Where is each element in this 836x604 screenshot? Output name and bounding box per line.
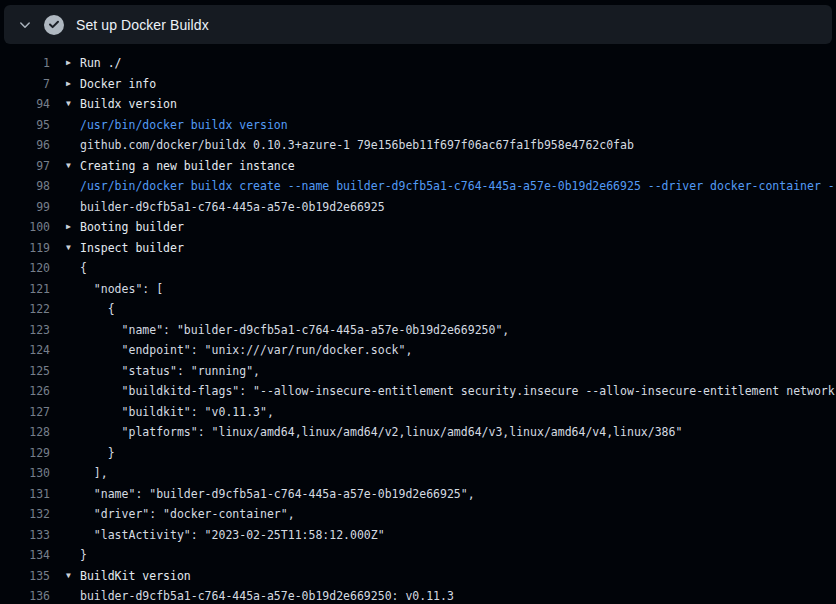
log-text: } — [80, 443, 115, 464]
line-number[interactable]: 98 — [0, 176, 50, 197]
line-number[interactable]: 135 — [0, 566, 50, 587]
log-text: "name": "builder-d9cfb5a1-c764-445a-a57e… — [80, 320, 509, 341]
log-text: Creating a new builder instance — [80, 156, 295, 177]
log-row: 98/usr/bin/docker buildx create --name b… — [0, 176, 836, 197]
arrow-spacer — [66, 135, 80, 156]
line-number[interactable]: 122 — [0, 299, 50, 320]
log-text: /usr/bin/docker buildx create --name bui… — [80, 176, 836, 197]
log-group-row[interactable]: 1▶Run ./ — [0, 53, 836, 74]
arrow-spacer — [66, 361, 80, 382]
line-number[interactable]: 130 — [0, 463, 50, 484]
chevron-down-icon[interactable] — [18, 18, 32, 32]
log-row: 123 "name": "builder-d9cfb5a1-c764-445a-… — [0, 320, 836, 341]
log-group-row[interactable]: 7▶Docker info — [0, 74, 836, 95]
log-group-row[interactable]: 97▼Creating a new builder instance — [0, 156, 836, 177]
log-text: builder-d9cfb5a1-c764-445a-a57e-0b19d2e6… — [80, 586, 454, 604]
line-number[interactable]: 126 — [0, 381, 50, 402]
log-row: 136builder-d9cfb5a1-c764-445a-a57e-0b19d… — [0, 586, 836, 604]
log-text: "driver": "docker-container", — [80, 504, 295, 525]
log-text: "nodes": [ — [80, 279, 163, 300]
line-number[interactable]: 7 — [0, 74, 50, 95]
line-number[interactable]: 97 — [0, 156, 50, 177]
log-row: 122 { — [0, 299, 836, 320]
log-text: "buildkitd-flags": "--allow-insecure-ent… — [80, 381, 836, 402]
line-number[interactable]: 124 — [0, 340, 50, 361]
log-row: 126 "buildkitd-flags": "--allow-insecure… — [0, 381, 836, 402]
log-text: "buildkit": "v0.11.3", — [80, 402, 274, 423]
step-header[interactable]: Set up Docker Buildx — [4, 5, 832, 44]
log-group-row[interactable]: 100▶Booting builder — [0, 217, 836, 238]
line-number[interactable]: 129 — [0, 443, 50, 464]
log-text: Run ./ — [80, 53, 122, 74]
arrow-spacer — [66, 443, 80, 464]
triangle-down-icon[interactable]: ▼ — [66, 94, 80, 115]
line-number[interactable]: 100 — [0, 217, 50, 238]
line-number[interactable]: 132 — [0, 504, 50, 525]
arrow-spacer — [66, 525, 80, 546]
arrow-spacer — [66, 545, 80, 566]
log-row: 121 "nodes": [ — [0, 279, 836, 300]
line-number[interactable]: 134 — [0, 545, 50, 566]
arrow-spacer — [66, 299, 80, 320]
arrow-spacer — [66, 586, 80, 604]
log-text: ], — [80, 463, 108, 484]
log-row: 124 "endpoint": "unix:///var/run/docker.… — [0, 340, 836, 361]
check-circle-icon — [44, 15, 64, 35]
line-number[interactable]: 95 — [0, 115, 50, 136]
line-number[interactable]: 1 — [0, 53, 50, 74]
log-row: 130 ], — [0, 463, 836, 484]
triangle-down-icon[interactable]: ▼ — [66, 238, 80, 259]
log-row: 132 "driver": "docker-container", — [0, 504, 836, 525]
log-row: 129 } — [0, 443, 836, 464]
line-number[interactable]: 94 — [0, 94, 50, 115]
arrow-spacer — [66, 340, 80, 361]
log-text: "lastActivity": "2023-02-25T11:58:12.000… — [80, 525, 385, 546]
line-number[interactable]: 136 — [0, 586, 50, 604]
triangle-right-icon[interactable]: ▶ — [66, 53, 80, 74]
line-number[interactable]: 120 — [0, 258, 50, 279]
triangle-right-icon[interactable]: ▶ — [66, 217, 80, 238]
line-number[interactable]: 128 — [0, 422, 50, 443]
arrow-spacer — [66, 422, 80, 443]
line-number[interactable]: 119 — [0, 238, 50, 259]
line-number[interactable]: 123 — [0, 320, 50, 341]
log-text: "name": "builder-d9cfb5a1-c764-445a-a57e… — [80, 484, 475, 505]
log-row: 125 "status": "running", — [0, 361, 836, 382]
log-text: Inspect builder — [80, 238, 184, 259]
line-number[interactable]: 121 — [0, 279, 50, 300]
log-row: 131 "name": "builder-d9cfb5a1-c764-445a-… — [0, 484, 836, 505]
line-number[interactable]: 99 — [0, 197, 50, 218]
arrow-spacer — [66, 115, 80, 136]
line-number[interactable]: 133 — [0, 525, 50, 546]
arrow-spacer — [66, 320, 80, 341]
log-text: } — [80, 545, 87, 566]
arrow-spacer — [66, 258, 80, 279]
arrow-spacer — [66, 381, 80, 402]
line-number[interactable]: 96 — [0, 135, 50, 156]
log-row: 99builder-d9cfb5a1-c764-445a-a57e-0b19d2… — [0, 197, 836, 218]
log-group-row[interactable]: 119▼Inspect builder — [0, 238, 836, 259]
arrow-spacer — [66, 176, 80, 197]
log-text: /usr/bin/docker buildx version — [80, 115, 288, 136]
log-row: 133 "lastActivity": "2023-02-25T11:58:12… — [0, 525, 836, 546]
arrow-spacer — [66, 279, 80, 300]
step-title: Set up Docker Buildx — [76, 17, 209, 33]
triangle-down-icon[interactable]: ▼ — [66, 566, 80, 587]
log-group-row[interactable]: 135▼BuildKit version — [0, 566, 836, 587]
line-number[interactable]: 127 — [0, 402, 50, 423]
arrow-spacer — [66, 197, 80, 218]
triangle-right-icon[interactable]: ▶ — [66, 74, 80, 95]
log-text: Booting builder — [80, 217, 184, 238]
triangle-down-icon[interactable]: ▼ — [66, 156, 80, 177]
line-number[interactable]: 131 — [0, 484, 50, 505]
log-text: "endpoint": "unix:///var/run/docker.sock… — [80, 340, 412, 361]
log-text: { — [80, 299, 115, 320]
log-text: Buildx version — [80, 94, 177, 115]
line-number[interactable]: 125 — [0, 361, 50, 382]
arrow-spacer — [66, 402, 80, 423]
log-row: 128 "platforms": "linux/amd64,linux/amd6… — [0, 422, 836, 443]
log-group-row[interactable]: 94▼Buildx version — [0, 94, 836, 115]
log-text: Docker info — [80, 74, 156, 95]
log-row: 127 "buildkit": "v0.11.3", — [0, 402, 836, 423]
log-text: { — [80, 258, 87, 279]
